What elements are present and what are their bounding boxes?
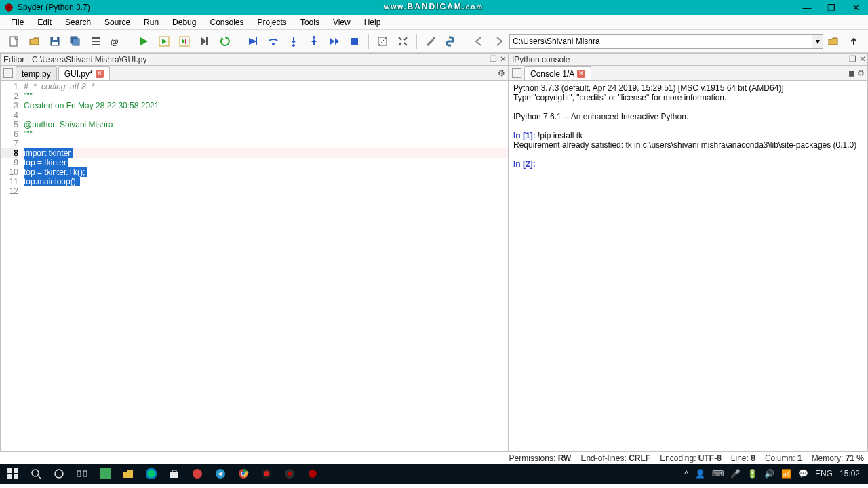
step-over-button[interactable]: [265, 33, 281, 49]
tray-mic-icon[interactable]: 🎤: [730, 469, 741, 479]
pane-undock-icon[interactable]: ❐: [849, 54, 856, 64]
tb-telegram-icon[interactable]: [209, 464, 232, 484]
svg-rect-6: [73, 39, 79, 45]
run-cell-button[interactable]: [156, 33, 172, 49]
ipython-console[interactable]: Python 3.7.3 (default, Apr 24 2019, 15:2…: [509, 81, 867, 451]
console-list-button[interactable]: [512, 68, 521, 78]
file-list-button[interactable]: [3, 68, 13, 78]
maximize-button[interactable]: ❐: [819, 0, 844, 15]
new-file-button[interactable]: [6, 33, 22, 49]
save-all-button[interactable]: [67, 33, 83, 49]
pane-close-icon[interactable]: ✕: [500, 54, 507, 64]
svg-point-11: [272, 43, 275, 45]
tray-action-icon[interactable]: 💬: [798, 469, 808, 479]
tab-close-icon[interactable]: ✕: [577, 70, 585, 78]
tray-clock[interactable]: 15:02: [840, 469, 860, 479]
ipython-pane-header: IPython console ❐✕: [509, 54, 867, 66]
system-tray[interactable]: ^ 👤 ⌨ 🎤 🔋 🔊 📶 💬 ENG 15:02: [684, 469, 867, 479]
parent-dir-button[interactable]: [846, 33, 862, 49]
editor-options-icon[interactable]: ⚙: [498, 68, 505, 78]
stop-debug-button[interactable]: [347, 33, 363, 49]
svg-rect-26: [100, 468, 111, 479]
tb-store-icon[interactable]: [163, 464, 186, 484]
menu-search[interactable]: Search: [58, 16, 98, 28]
back-button[interactable]: [471, 33, 487, 49]
svg-point-30: [193, 469, 202, 479]
svg-rect-20: [7, 474, 12, 479]
python-path-button[interactable]: [443, 33, 459, 49]
tray-lang[interactable]: ENG: [815, 469, 833, 479]
run-selection-button[interactable]: [197, 33, 213, 49]
svg-rect-3: [52, 42, 58, 45]
tray-battery-icon[interactable]: 🔋: [747, 469, 757, 479]
editor-tab[interactable]: temp.py: [16, 66, 57, 80]
menu-source[interactable]: Source: [98, 16, 137, 28]
status-memory: Memory: 71 %: [812, 453, 864, 463]
cortana-button[interactable]: [47, 464, 71, 484]
tb-app-icon[interactable]: [94, 464, 117, 484]
console-options-icon[interactable]: ⚙: [857, 68, 865, 78]
run-button[interactable]: [136, 33, 152, 49]
save-button[interactable]: [47, 33, 63, 49]
tray-chevron-icon[interactable]: ^: [684, 469, 688, 479]
statusbar: Permissions: RW End-of-lines: CRLF Encod…: [0, 451, 868, 464]
step-into-button[interactable]: [285, 33, 302, 49]
menu-consoles[interactable]: Consoles: [203, 16, 250, 28]
forward-button[interactable]: [491, 33, 507, 49]
start-button[interactable]: [1, 464, 24, 484]
tab-close-icon[interactable]: ✕: [96, 70, 104, 78]
tb-bandicam-icon[interactable]: [278, 464, 301, 484]
menu-edit[interactable]: Edit: [31, 16, 58, 28]
preferences-button[interactable]: [422, 33, 439, 49]
minimize-button[interactable]: —: [795, 0, 819, 15]
close-button[interactable]: ✕: [844, 0, 868, 15]
tray-wifi-icon[interactable]: 📶: [781, 469, 791, 479]
fullscreen-button[interactable]: [395, 33, 411, 49]
menu-view[interactable]: View: [326, 16, 357, 28]
editor-tab[interactable]: GUI.py*✕: [58, 66, 110, 80]
menu-debug[interactable]: Debug: [165, 16, 203, 28]
menu-tools[interactable]: Tools: [294, 16, 326, 28]
menu-projects[interactable]: Projects: [251, 16, 294, 28]
browse-dir-button[interactable]: [825, 33, 842, 49]
svg-rect-4: [53, 37, 57, 40]
svg-rect-29: [170, 472, 178, 478]
tray-people-icon[interactable]: 👤: [695, 469, 705, 479]
tb-spyder-icon[interactable]: [301, 464, 324, 484]
svg-point-23: [55, 470, 63, 478]
debug-button[interactable]: [245, 33, 261, 49]
working-dir-dropdown[interactable]: ▾: [812, 34, 823, 49]
tb-obs-icon[interactable]: [255, 464, 278, 484]
tb-edge-icon[interactable]: [140, 464, 163, 484]
svg-rect-25: [83, 471, 87, 476]
stop-kernel-icon[interactable]: ◼: [848, 68, 855, 78]
pane-undock-icon[interactable]: ❐: [490, 54, 497, 64]
menu-run[interactable]: Run: [137, 16, 165, 28]
code-editor[interactable]: 123456789101112 # -*- coding: utf-8 -*-"…: [1, 81, 508, 451]
rerun-button[interactable]: [217, 33, 233, 49]
run-cell-advance-button[interactable]: [176, 33, 193, 49]
menu-help[interactable]: Help: [357, 16, 388, 28]
tb-explorer-icon[interactable]: [117, 464, 140, 484]
maximize-pane-button[interactable]: [374, 33, 391, 49]
svg-rect-19: [14, 468, 18, 473]
working-dir-input[interactable]: C:\Users\Shivani Mishra: [509, 34, 812, 49]
spyder-logo-icon: [4, 3, 14, 12]
list-button[interactable]: [87, 33, 104, 49]
continue-button[interactable]: [326, 33, 342, 49]
open-file-button[interactable]: [26, 33, 43, 49]
console-tab[interactable]: Console 1/A✕: [524, 66, 591, 80]
search-button[interactable]: [24, 464, 47, 484]
step-out-button[interactable]: [306, 33, 322, 49]
tb-chrome-icon[interactable]: [232, 464, 255, 484]
pane-close-icon[interactable]: ✕: [859, 54, 866, 64]
svg-rect-10: [256, 37, 257, 45]
tray-input-icon[interactable]: ⌨: [712, 469, 724, 479]
svg-point-12: [292, 44, 295, 47]
at-button[interactable]: @: [108, 33, 124, 49]
task-view-button[interactable]: [71, 464, 94, 484]
window-title: Spyder (Python 3.7): [18, 3, 90, 12]
tray-volume-icon[interactable]: 🔊: [764, 469, 774, 479]
menu-file[interactable]: File: [4, 16, 31, 28]
tb-app-icon[interactable]: [186, 464, 209, 484]
